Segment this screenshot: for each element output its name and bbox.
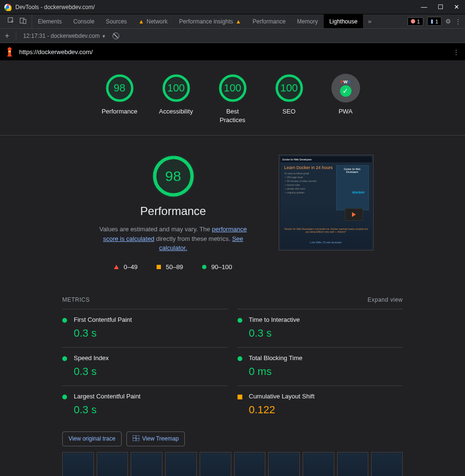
score-pwa[interactable]: PWA ✓ PWA [327,74,365,125]
svg-rect-6 [9,51,11,52]
filmstrip-frame[interactable] [165,452,197,476]
metric-value: 0.122 [249,404,315,416]
filmstrip-frame[interactable] [371,452,403,476]
filmstrip-frame[interactable] [62,452,94,476]
circle-icon [62,318,67,323]
tab-performance-insights[interactable]: Performance insights▲ [173,14,247,28]
triangle-icon [114,265,119,269]
new-report-button[interactable]: + [5,32,9,40]
lighthouse-icon [6,47,13,57]
svg-point-10 [277,76,302,101]
report-url: https://dockerwebdev.com/ [19,48,93,56]
tab-network[interactable]: ▲Network [133,14,173,28]
metric-value: 0.3 s [74,404,140,416]
close-button[interactable]: ✕ [454,3,459,11]
filmstrip-frame[interactable] [131,452,162,476]
svg-rect-4 [23,19,26,23]
svg-point-1 [6,5,9,8]
report-header: https://dockerwebdev.com/ ⋮ [0,43,465,60]
check-icon: ✓ [340,85,352,97]
metrics-heading: METRICS [62,296,90,303]
warning-icon: ▲ [236,18,241,25]
svg-point-9 [220,76,245,101]
metric-name: Largest Contentful Paint [74,393,140,400]
lighthouse-toolbar: + 12:17:31 - dockerwebdev.com▼ [0,29,465,43]
devtools-tabs: Elements Console Sources ▲Network Perfor… [0,14,465,29]
kebab-menu-icon[interactable]: ⋮ [455,18,461,25]
filmstrip-frame[interactable] [97,452,128,476]
performance-description: Values are estimated and may vary. The p… [92,225,255,253]
metric-value: 0.3 s [249,327,300,340]
maximize-button[interactable]: ☐ [438,3,443,11]
metric-name: Time to Interactive [249,316,300,323]
tab-sources[interactable]: Sources [100,14,133,28]
circle-icon [62,395,67,399]
svg-point-7 [107,76,132,101]
circle-icon [62,356,67,361]
window-titlebar: DevTools - dockerwebdev.com/ — ☐ ✕ [0,0,465,14]
metric-name: Cumulative Layout Shift [249,393,315,400]
view-trace-button[interactable]: View original trace [62,431,122,446]
device-icon[interactable] [20,17,27,26]
filmstrip-frame[interactable] [303,452,334,476]
circle-icon [238,356,242,361]
metric-value: 0.3 s [74,365,109,378]
svg-point-11 [155,158,192,195]
tab-lighthouse[interactable]: Lighthouse [324,14,363,28]
score-performance[interactable]: 98 Performance [101,74,139,125]
metric-item: Total Blocking Time0 ms [238,347,403,385]
inspect-icon[interactable] [8,17,15,26]
errors-badge[interactable]: 1 [408,17,423,26]
svg-point-8 [164,76,189,101]
more-tabs-button[interactable]: » [363,14,376,28]
metric-item: Cumulative Layout Shift0.122 [238,385,403,424]
metric-item: Time to Interactive0.3 s [238,309,403,347]
tab-elements[interactable]: Elements [32,14,68,28]
score-summary: 98 Performance 100 Accessibility 100 Bes… [0,60,465,136]
metric-name: First Contentful Paint [74,316,132,323]
metric-name: Speed Index [74,354,109,362]
score-seo[interactable]: 100 SEO [270,74,308,125]
warning-icon: ▲ [138,18,144,25]
square-icon [238,395,242,399]
minimize-button[interactable]: — [421,3,427,11]
score-legend: 0–49 50–89 90–100 [114,263,232,271]
metric-name: Total Blocking Time [249,354,303,362]
view-treemap-button[interactable]: View Treemap [126,431,185,446]
treemap-icon [133,435,139,442]
window-title: DevTools - dockerwebdev.com/ [15,4,421,11]
circle-icon [238,318,242,323]
performance-section: 98 Performance Values are estimated and … [0,136,465,285]
chrome-icon [4,3,11,11]
filmstrip-frame[interactable] [234,452,266,476]
metric-value: 0.3 s [74,327,132,340]
page-screenshot: Docker for Web Developers Learn Docker i… [279,155,374,250]
report-content: 98 Performance 100 Accessibility 100 Bes… [0,60,465,476]
clear-icon[interactable] [113,33,119,39]
tab-memory[interactable]: Memory [291,14,323,28]
performance-gauge: 98 [152,155,195,198]
square-icon [157,265,161,269]
messages-badge[interactable]: ▮1 [427,17,442,26]
score-accessibility[interactable]: 100 Accessibility [157,74,195,125]
performance-heading: Performance [140,204,206,218]
metric-item: Largest Contentful Paint0.3 s [62,385,228,424]
filmstrip-frame[interactable] [200,452,231,476]
circle-icon [202,265,206,269]
expand-view-button[interactable]: Expand view [367,296,403,303]
score-best-practices[interactable]: 100 Best Practices [214,74,252,125]
metric-item: Speed Index0.3 s [62,347,228,385]
tab-performance[interactable]: Performance [247,14,292,28]
filmstrip-frame[interactable] [337,452,369,476]
filmstrip-frame[interactable] [268,452,300,476]
metric-value: 0 ms [249,365,303,378]
report-selector[interactable]: 12:17:31 - dockerwebdev.com▼ [23,33,106,39]
metric-item: First Contentful Paint0.3 s [62,309,228,347]
pwa-logo-icon: PWA [340,79,351,84]
filmstrip [62,452,403,476]
report-menu-icon[interactable]: ⋮ [453,48,459,56]
settings-icon[interactable]: ⚙ [445,18,451,25]
tab-console[interactable]: Console [68,14,100,28]
